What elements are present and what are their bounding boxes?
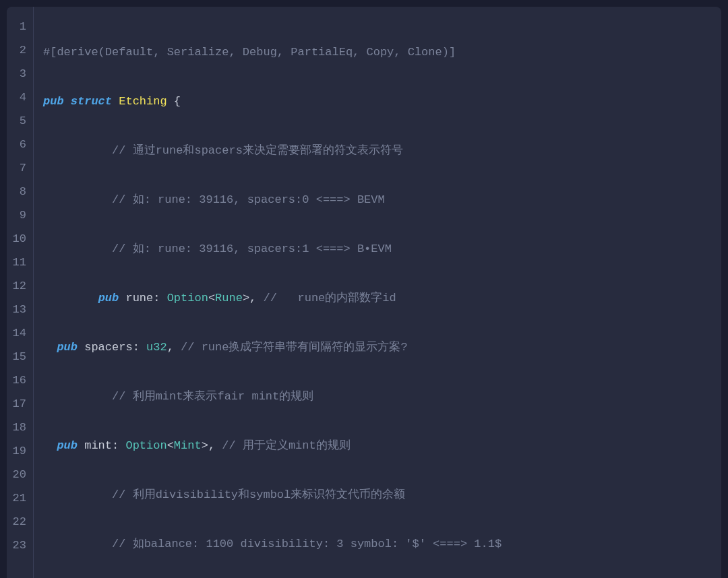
keyword-struct: struct — [71, 95, 112, 108]
line-number: 3 — [7, 62, 33, 86]
line-number: 18 — [7, 416, 33, 439]
line-number: 21 — [7, 486, 33, 510]
comment: // 如: rune: 39116, spacers:0 <===> BEVM — [112, 193, 385, 206]
line-number: 20 — [7, 463, 33, 486]
line-number: 5 — [7, 109, 33, 133]
line-number: 11 — [7, 251, 33, 274]
attr-close: )] — [442, 46, 456, 59]
code-line-6: pub rune: Option<Rune>, // rune的内部数字id — [43, 286, 721, 310]
code-line-7: pub spacers: u32, // rune换成字符串带有间隔符的显示方案… — [43, 335, 721, 359]
line-number: 16 — [7, 368, 33, 392]
code-block: 1234567891011121314151617181920212223 #[… — [7, 7, 721, 578]
line-number: 4 — [7, 86, 33, 109]
comment: // 如: rune: 39116, spacers:1 <===> B•EVM — [112, 243, 392, 255]
code-line-5: // 如: rune: 39116, spacers:1 <===> B•EVM — [43, 237, 721, 261]
line-number: 13 — [7, 298, 33, 321]
comment: // rune的内部数字id — [264, 292, 396, 304]
line-number: 12 — [7, 274, 33, 298]
line-number: 14 — [7, 321, 33, 345]
line-number: 15 — [7, 345, 33, 368]
line-number: 7 — [7, 156, 33, 180]
derive-list: Default, Serialize, Debug, PartialEq, Co… — [105, 46, 442, 59]
code-line-10: // 利用divisibility和symbol来标识符文代币的余额 — [43, 483, 721, 507]
type-option: Option — [125, 439, 166, 452]
code-line-1: #[derive(Default, Serialize, Debug, Part… — [43, 40, 721, 64]
comment: // rune换成字符串带有间隔符的显示方案? — [181, 341, 408, 354]
comment: // 如balance: 1100 divisibility: 3 symbol… — [112, 538, 502, 550]
keyword-pub: pub — [98, 292, 119, 304]
code-line-9: pub mint: Option<Mint>, // 用于定义mint的规则 — [43, 434, 721, 457]
code-line-8: // 利用mint来表示fair mint的规则 — [43, 385, 721, 408]
line-number: 19 — [7, 439, 33, 463]
type-option: Option — [167, 292, 208, 304]
keyword-pub: pub — [57, 439, 78, 452]
comment: // 通过rune和spacers来决定需要部署的符文表示符号 — [112, 144, 403, 157]
line-number: 8 — [7, 180, 33, 203]
line-number: 6 — [7, 133, 33, 156]
comment: // 用于定义mint的规则 — [222, 439, 350, 452]
field-rune: rune: — [119, 292, 166, 304]
code-line-11: // 如balance: 1100 divisibility: 3 symbol… — [43, 532, 721, 556]
line-number: 17 — [7, 392, 33, 416]
field-mint: mint: — [78, 439, 125, 452]
line-number: 1 — [7, 15, 33, 38]
brace-open: { — [167, 95, 181, 108]
struct-name-etching: Etching — [119, 95, 166, 108]
code-line-2: pub struct Etching { — [43, 90, 721, 113]
comment: // 利用divisibility和symbol来标识符文代币的余额 — [112, 488, 405, 501]
keyword-pub: pub — [43, 95, 64, 108]
keyword-pub: pub — [57, 341, 78, 354]
line-number: 10 — [7, 227, 33, 251]
attr-open: #[derive( — [43, 46, 105, 59]
line-number: 23 — [7, 534, 33, 557]
line-number: 2 — [7, 38, 33, 62]
comment: // 利用mint来表示fair mint的规则 — [112, 390, 313, 403]
type-mint: Mint — [174, 439, 202, 452]
code-area[interactable]: #[derive(Default, Serialize, Debug, Part… — [34, 7, 721, 578]
line-number: 9 — [7, 203, 33, 227]
type-rune: Rune — [215, 292, 243, 304]
line-number-gutter: 1234567891011121314151617181920212223 — [7, 7, 34, 578]
type-u32: u32 — [146, 341, 167, 354]
code-line-3: // 通过rune和spacers来决定需要部署的符文表示符号 — [43, 139, 721, 162]
code-line-4: // 如: rune: 39116, spacers:0 <===> BEVM — [43, 188, 721, 212]
line-number: 22 — [7, 510, 33, 534]
field-spacers: spacers: — [78, 341, 146, 354]
